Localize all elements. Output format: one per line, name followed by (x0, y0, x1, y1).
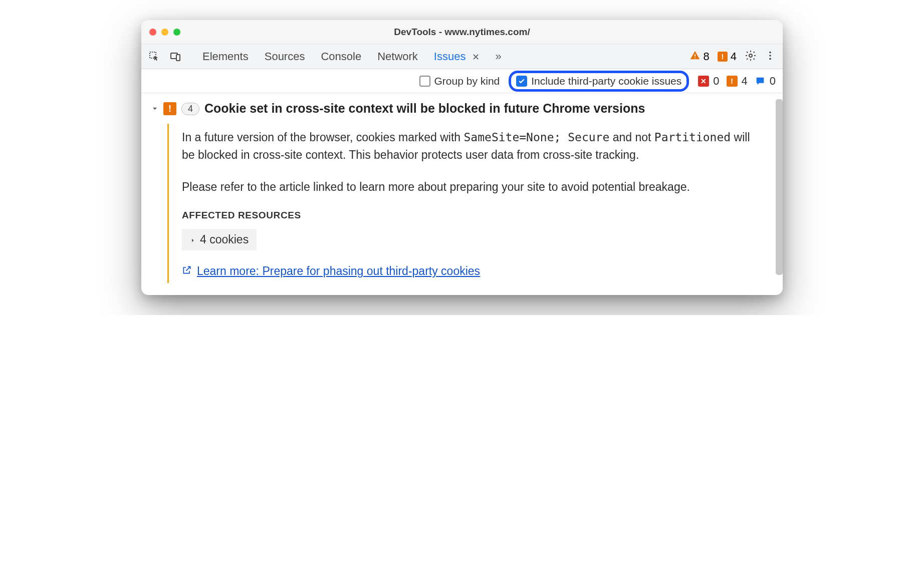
svg-point-8 (769, 58, 771, 60)
caret-right-icon (190, 233, 196, 246)
affected-resources-label: AFFECTED RESOURCES (182, 210, 751, 221)
issue-paragraph-2: Please refer to the article linked to le… (182, 178, 751, 196)
tab-issues-label: Issues (434, 50, 466, 63)
svg-point-6 (769, 51, 771, 53)
more-options-icon[interactable] (765, 50, 776, 63)
info-count: 0 (770, 75, 776, 88)
devtools-toolbar: Elements Sources Console Network Issues … (141, 44, 783, 69)
affected-cookies-toggle[interactable]: 4 cookies (182, 229, 257, 250)
disclosure-triangle-icon[interactable] (151, 105, 158, 112)
tab-close-icon[interactable]: ✕ (472, 52, 480, 62)
code-samesite: SameSite=None; Secure (464, 131, 610, 144)
group-by-kind-checkbox[interactable] (419, 76, 430, 87)
warning-triangle-icon (689, 50, 701, 64)
warning-count-group[interactable]: ! 4 (727, 75, 748, 88)
tab-elements[interactable]: Elements (202, 50, 249, 63)
tab-sources[interactable]: Sources (265, 50, 305, 63)
tab-issues[interactable]: Issues ✕ (434, 50, 480, 63)
learn-more-text: Learn more: Prepare for phasing out thir… (197, 264, 480, 278)
info-count-group[interactable]: 0 (755, 75, 776, 88)
window-title: DevTools - www.nytimes.com/ (141, 27, 783, 38)
svg-point-5 (749, 54, 752, 57)
warning-count: 4 (742, 75, 748, 88)
inspect-element-icon[interactable] (148, 51, 160, 63)
tab-console[interactable]: Console (321, 50, 361, 63)
include-third-party-toggle[interactable]: Include third-party cookie issues (509, 71, 689, 92)
titlebar: DevTools - www.nytimes.com/ (141, 20, 783, 44)
group-by-kind-toggle[interactable]: Group by kind (419, 75, 500, 87)
warning-square-count: 4 (731, 50, 737, 63)
device-toolbar-icon[interactable] (169, 51, 181, 63)
para1-prefix: In a future version of the browser, cook… (182, 131, 464, 144)
issue-header-row[interactable]: ! 4 Cookie set in cross-site context wil… (146, 100, 771, 117)
issue-severity-icon: ! (163, 102, 176, 115)
warnings-triangle-badge[interactable]: 8 (689, 50, 710, 64)
warnings-square-badge[interactable]: ! 4 (718, 50, 737, 63)
svg-rect-2 (176, 55, 180, 61)
issue-severity-counts: ✕ 0 ! 4 0 (698, 75, 776, 88)
toolbar-right: 8 ! 4 (689, 50, 776, 64)
traffic-lights (149, 29, 180, 36)
error-count: 0 (713, 75, 719, 88)
include-third-party-label: Include third-party cookie issues (531, 75, 681, 87)
svg-rect-3 (695, 54, 696, 57)
svg-point-7 (769, 55, 771, 57)
issue-body: In a future version of the browser, cook… (167, 124, 771, 284)
tab-network[interactable]: Network (377, 50, 418, 63)
external-link-icon (182, 264, 192, 278)
toolbar-left: Elements Sources Console Network Issues … (148, 50, 502, 63)
include-third-party-checkbox[interactable] (516, 76, 527, 87)
affected-cookies-text: 4 cookies (200, 233, 249, 246)
warning-triangle-count: 8 (704, 50, 710, 63)
code-partitioned: Partitioned (654, 131, 731, 144)
more-tabs-icon[interactable]: » (496, 50, 502, 63)
issues-content: ! 4 Cookie set in cross-site context wil… (141, 93, 783, 295)
issues-list: ! 4 Cookie set in cross-site context wil… (141, 93, 776, 295)
window-minimize-button[interactable] (161, 29, 168, 36)
error-count-group[interactable]: ✕ 0 (698, 75, 719, 88)
group-by-kind-label: Group by kind (434, 75, 500, 87)
scroll-thumb[interactable] (776, 99, 783, 275)
vertical-scrollbar[interactable] (776, 93, 783, 295)
info-icon (755, 76, 766, 87)
learn-more-link[interactable]: Learn more: Prepare for phasing out thir… (182, 264, 480, 278)
svg-rect-4 (695, 57, 696, 58)
window-close-button[interactable] (149, 29, 156, 36)
panel-tabs: Elements Sources Console Network Issues … (202, 50, 502, 63)
devtools-window: DevTools - www.nytimes.com/ Elements Sou… (141, 20, 783, 295)
error-icon: ✕ (698, 76, 709, 87)
para1-mid: and not (609, 131, 654, 144)
settings-icon[interactable] (745, 50, 757, 64)
issue-title: Cookie set in cross-site context will be… (204, 100, 645, 117)
issues-filter-row: Group by kind Include third-party cookie… (141, 69, 783, 93)
warning-icon: ! (727, 76, 738, 87)
issue-count-badge: 4 (181, 103, 199, 115)
warning-square-icon: ! (718, 52, 728, 62)
window-maximize-button[interactable] (173, 29, 180, 36)
issue-paragraph-1: In a future version of the browser, cook… (182, 129, 751, 164)
